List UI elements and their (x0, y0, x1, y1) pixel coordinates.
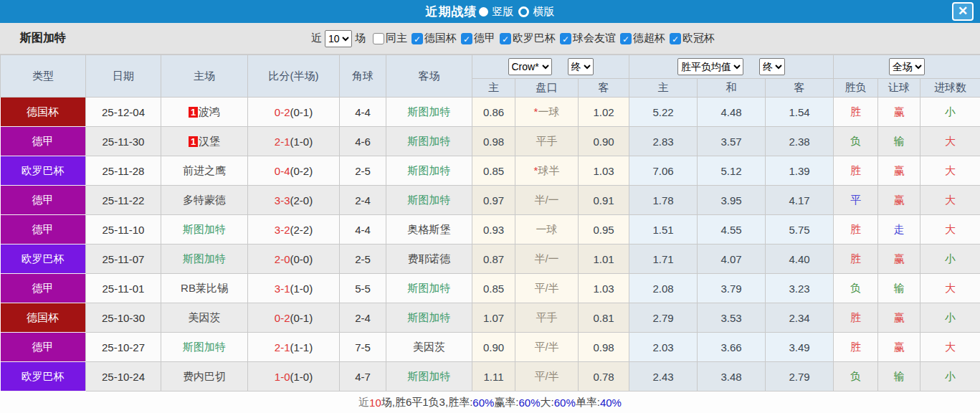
checkbox-checked-icon[interactable]: ✓ (670, 33, 681, 44)
match-date: 25-11-01 (86, 274, 161, 303)
avg-away: 1.54 (766, 98, 834, 127)
close-button[interactable]: ✕ (952, 2, 974, 21)
fulltime-score: 3-3 (275, 194, 290, 206)
odds-home: 0.98 (472, 127, 515, 156)
home-team: 费内巴切 (161, 362, 248, 391)
horizontal-layout-radio[interactable] (518, 6, 529, 17)
summary-segment: 10 (369, 397, 381, 409)
table-header: 类型 日期 主场 比分(半场) 角球 客场 Crow* 终 (1, 55, 980, 98)
odds-company-select[interactable]: Crow* (508, 58, 552, 75)
home-team-name: 多特蒙德 (183, 194, 226, 206)
avg-home: 1.51 (629, 215, 698, 245)
avg-draw: 4.48 (698, 98, 766, 127)
handicap-result-cell: 赢 (878, 245, 920, 274)
average-select-group: 胜平负均值 终 (629, 55, 834, 79)
handicap-line: *一球 (515, 98, 579, 127)
avg-home: 2.83 (629, 127, 698, 156)
handicap-line: 平/半 (515, 333, 579, 362)
handicap-time-select[interactable]: 终 (568, 58, 594, 75)
checkbox-checked-icon[interactable]: ✓ (620, 33, 632, 44)
away-team: 斯图加特 (386, 362, 472, 391)
away-team-name: 斯图加特 (408, 135, 451, 147)
odds-home: 0.85 (472, 156, 515, 186)
filter-checkbox-item: ✓德超杯 (620, 32, 665, 45)
checkbox-checked-icon[interactable]: ✓ (560, 33, 571, 44)
avg-away: 2.79 (766, 362, 834, 391)
goals-result-cell: 小 (920, 303, 980, 333)
avg-home: 2.08 (629, 274, 698, 303)
goals-result-cell: 大 (920, 215, 980, 245)
odds-home: 0.90 (472, 333, 515, 362)
col-type: 类型 (1, 55, 86, 98)
fulltime-score: 3-2 (275, 224, 290, 236)
checkbox-checked-icon[interactable]: ✓ (411, 33, 423, 44)
table-row: 德国杯25-10-30美因茨0-2(0-1)2-4斯图加特1.07平手0.812… (1, 303, 980, 333)
summary-segment: 场,胜6平1负3, (381, 396, 448, 409)
fulltime-score: 0-4 (275, 165, 290, 177)
away-team-name: 奥格斯堡 (408, 223, 451, 235)
odds-away: 0.91 (579, 186, 629, 215)
away-team: 奥格斯堡 (386, 215, 472, 245)
avg-draw: 3.57 (698, 127, 766, 156)
checkbox-label: 德甲 (474, 32, 495, 45)
odds-home: 0.87 (472, 245, 515, 274)
away-team-name: 斯图加特 (408, 164, 451, 176)
avg-away: 4.17 (766, 186, 834, 215)
handicap-text: 平手 (536, 135, 558, 147)
vertical-layout-radio[interactable] (479, 7, 488, 16)
handicap-result-cell: 输 (878, 362, 920, 391)
odds-home: 0.97 (472, 186, 515, 215)
handicap-line: 平手 (515, 127, 579, 156)
avg-away: 5.75 (766, 215, 834, 245)
avg-away: 3.49 (766, 333, 834, 362)
away-team: 美因茨 (386, 333, 472, 362)
avg-home: 5.22 (629, 98, 698, 127)
filter-bar: 斯图加特 近 10 场 ✓同主✓德国杯✓德甲✓欧罗巴杯✓球会友谊✓德超杯✓欧冠杯 (0, 23, 980, 54)
scope-select[interactable]: 全场 (889, 58, 925, 75)
handicap-line: 半/一 (515, 245, 579, 274)
scope-select-group: 全场 (834, 55, 980, 79)
goals-result-cell: 大 (920, 186, 980, 215)
result-cell: 负 (834, 274, 878, 303)
recent-results-panel: 近期战绩 竖版 横版 ✕ 斯图加特 近 10 场 ✓同主✓德国杯✓德甲✓欧罗巴杯… (0, 0, 980, 413)
handicap-select-group: Crow* 终 (472, 55, 629, 79)
corner-count: 5-5 (340, 274, 386, 303)
halftime-score: (1-0) (290, 136, 313, 148)
col-score: 比分(半场) (248, 55, 340, 98)
avg-home: 2.79 (629, 303, 698, 333)
match-type-badge: 欧罗巴杯 (1, 156, 86, 186)
result-cell: 负 (834, 127, 878, 156)
goals-result-cell: 小 (920, 362, 980, 391)
avg-draw: 4.07 (698, 245, 766, 274)
away-team: 斯图加特 (386, 274, 472, 303)
fulltime-score: 0-2 (275, 106, 290, 118)
fulltime-score: 1-0 (275, 371, 290, 383)
average-time-select[interactable]: 终 (759, 58, 785, 75)
away-team-name: 美因茨 (413, 341, 445, 353)
checkbox-label: 德国杯 (424, 32, 457, 45)
checkbox-checked-icon[interactable]: ✓ (461, 33, 472, 44)
away-team: 斯图加特 (386, 127, 472, 156)
table-row: 德甲25-11-10斯图加特3-2(2-2)4-4奥格斯堡0.93一球0.951… (1, 215, 980, 245)
handicap-result-cell: 赢 (878, 186, 920, 215)
average-type-select[interactable]: 胜平负均值 (677, 58, 743, 75)
match-date: 25-11-10 (86, 215, 161, 245)
table-row: 欧罗巴杯25-11-28前进之鹰0-4(0-2)2-5斯图加特0.85*球半1.… (1, 156, 980, 186)
col-home: 主场 (161, 55, 248, 98)
result-cell: 胜 (834, 245, 878, 274)
match-type-badge: 德甲 (1, 333, 86, 362)
recent-count-select[interactable]: 10 (325, 30, 352, 47)
fulltime-score: 0-2 (275, 312, 290, 324)
checkbox-checked-icon[interactable]: ✓ (500, 33, 511, 44)
filter-checkbox-item: ✓同主 (373, 32, 407, 45)
handicap-text: 平/半 (534, 370, 558, 382)
summary-segment: 60% (519, 397, 541, 409)
match-type-badge: 德甲 (1, 215, 86, 245)
filter-checkbox-item: ✓球会友谊 (560, 32, 616, 45)
away-team-name: 斯图加特 (408, 282, 451, 294)
home-team: 美因茨 (161, 303, 248, 333)
away-team-name: 斯图加特 (408, 370, 451, 382)
checkbox-unchecked-icon[interactable]: ✓ (373, 33, 384, 44)
match-type-badge: 德甲 (1, 274, 86, 303)
summary-segment: 40% (600, 397, 622, 409)
